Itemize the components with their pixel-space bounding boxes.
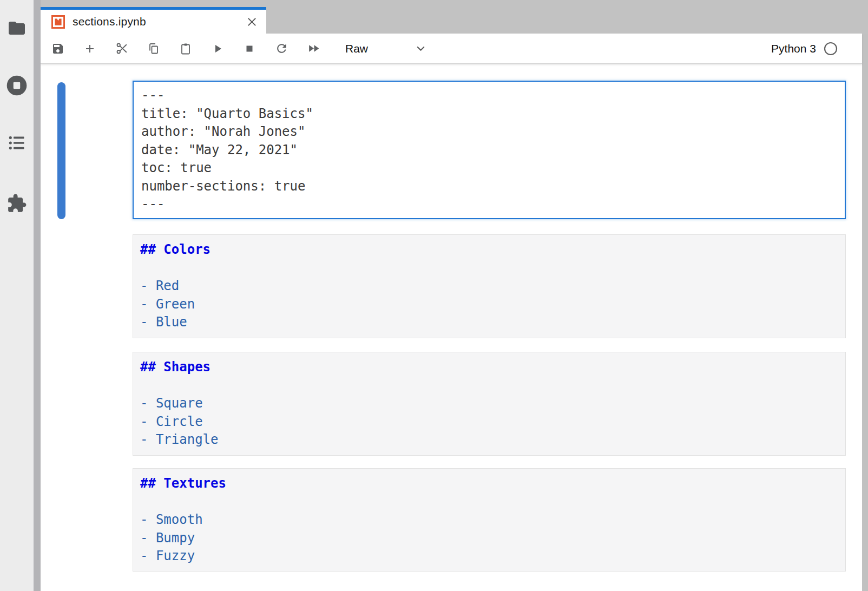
scrollbar-track[interactable]: [862, 34, 868, 591]
sidebar-item-extensions[interactable]: [0, 186, 34, 221]
sidebar-item-table-of-contents[interactable]: [0, 126, 34, 160]
stop-circle-icon: [5, 74, 29, 97]
copy-cells-button[interactable]: [147, 42, 160, 55]
markdown-cell-colors[interactable]: ## Colors - Red - Green - Blue: [133, 234, 846, 338]
cell-type-value: Raw: [345, 42, 368, 55]
play-icon: [211, 42, 224, 55]
markdown-list-item: - Green: [140, 296, 838, 314]
markdown-list-item: - Square: [140, 395, 838, 413]
sidebar-splitter[interactable]: [34, 0, 41, 591]
plus-icon: [83, 42, 96, 55]
tab-title: sections.ipynb: [73, 15, 146, 28]
blank-line: [140, 259, 838, 278]
fast-forward-icon: [307, 42, 320, 55]
paste-cells-button[interactable]: [179, 42, 192, 55]
kernel-status-icon: [824, 42, 838, 56]
list-icon: [7, 133, 27, 153]
markdown-list-item: - Fuzzy: [140, 547, 838, 566]
markdown-header: ## Colors: [140, 241, 838, 259]
save-icon: [51, 42, 64, 55]
activity-sidebar: [0, 0, 34, 591]
blank-line: [140, 377, 838, 395]
markdown-cell-textures[interactable]: ## Textures - Smooth - Bumpy - Fuzzy: [133, 468, 846, 572]
cut-cells-button[interactable]: [115, 42, 128, 55]
save-button[interactable]: [51, 42, 64, 55]
notebook-toolbar: Raw Python 3: [41, 34, 862, 64]
puzzle-icon: [6, 193, 27, 214]
interrupt-kernel-button[interactable]: [243, 42, 256, 55]
code-line: number-sections: true: [141, 178, 837, 196]
scissors-icon: [115, 42, 129, 55]
code-line: title: "Quarto Basics": [141, 105, 837, 123]
markdown-list-item: - Blue: [140, 313, 838, 332]
markdown-list-item: - Triangle: [140, 431, 838, 449]
active-cell-collapser[interactable]: [57, 82, 65, 219]
chevron-down-icon: [415, 42, 427, 55]
markdown-list-item: - Smooth: [140, 511, 838, 529]
refresh-icon: [275, 42, 288, 55]
run-cell-button[interactable]: [211, 42, 224, 55]
stop-icon: [243, 42, 256, 55]
restart-kernel-button[interactable]: [275, 42, 288, 55]
markdown-header: ## Shapes: [140, 358, 838, 377]
folder-icon: [7, 18, 27, 38]
code-line: author: "Norah Jones": [141, 123, 837, 141]
kernel-name: Python 3: [771, 42, 816, 55]
insert-cell-button[interactable]: [83, 42, 96, 55]
markdown-cell-shapes[interactable]: ## Shapes - Square - Circle - Triangle: [133, 352, 846, 456]
code-line: ---: [141, 195, 837, 214]
code-line: toc: true: [141, 159, 837, 178]
clipboard-icon: [179, 42, 192, 55]
notebook-icon: [51, 15, 65, 29]
sidebar-item-running-kernels[interactable]: [0, 68, 34, 103]
cell-type-dropdown[interactable]: Raw: [339, 42, 427, 55]
restart-run-all-button[interactable]: [307, 42, 320, 55]
close-icon[interactable]: [246, 16, 258, 28]
code-line: date: "May 22, 2021": [141, 141, 837, 160]
copy-icon: [147, 42, 160, 55]
code-line: ---: [141, 87, 837, 105]
tab-sections-ipynb[interactable]: sections.ipynb: [41, 7, 266, 34]
markdown-list-item: - Red: [140, 277, 838, 296]
kernel-selector[interactable]: Python 3: [771, 42, 838, 56]
markdown-list-item: - Bumpy: [140, 529, 838, 548]
markdown-list-item: - Circle: [140, 413, 838, 431]
raw-cell-editor[interactable]: --- title: "Quarto Basics" author: "Nora…: [133, 81, 846, 219]
markdown-header: ## Textures: [140, 475, 838, 493]
sidebar-item-file-browser[interactable]: [0, 11, 34, 45]
blank-line: [140, 493, 838, 511]
